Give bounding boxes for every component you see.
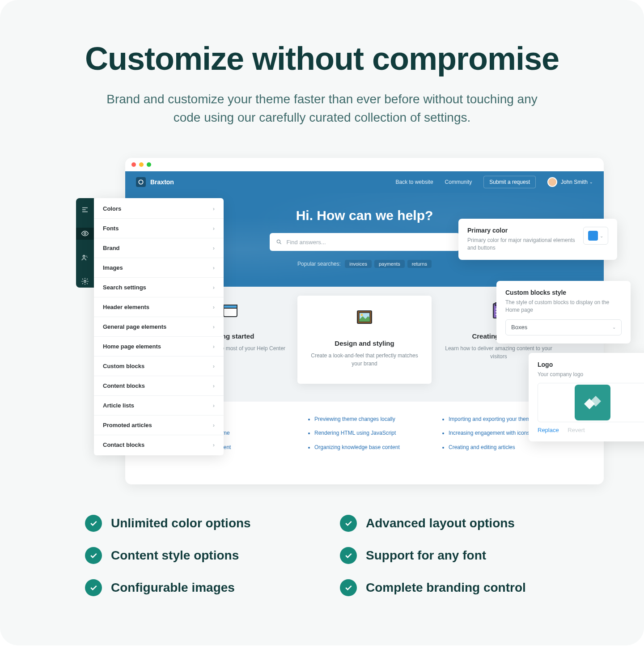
panel-item-label: Article lists	[103, 402, 134, 409]
panel-item-label: Home page elements	[103, 343, 161, 350]
pop-blocks-title: Custom blocks style	[505, 289, 622, 296]
pop-logo-desc: Your company logo	[538, 371, 644, 378]
feature-label: Advanced layout options	[366, 516, 515, 530]
chevron-right-icon: ›	[213, 441, 215, 448]
search-icon	[276, 239, 282, 245]
panel-item-custom-blocks[interactable]: Custom blocks›	[94, 356, 224, 376]
feature-item: Advanced layout options	[340, 515, 559, 532]
minimize-dot-icon	[139, 162, 144, 167]
panel-item-label: Promoted articles	[103, 422, 152, 428]
settings-panel: Colors›Fonts›Brand›Images›Search setting…	[94, 198, 224, 455]
chevron-right-icon: ›	[213, 205, 215, 212]
panel-item-images[interactable]: Images›	[94, 258, 224, 278]
eye-icon	[81, 229, 89, 237]
feature-item: Complete branding control	[340, 579, 559, 596]
article-link[interactable]: Rendering HTML using JavaScript	[314, 426, 422, 440]
panel-item-label: Fonts	[103, 225, 119, 232]
rail-item-settings[interactable]	[76, 276, 94, 288]
logo-replace-link[interactable]: Replace	[538, 427, 559, 433]
panel-item-label: Search settings	[103, 284, 146, 291]
panel-item-search-settings[interactable]: Search settings›	[94, 278, 224, 297]
check-icon	[340, 547, 357, 564]
nav-back-link[interactable]: Back to website	[396, 179, 433, 185]
color-picker[interactable]: ⌄	[583, 227, 608, 245]
panel-item-label: Images	[103, 264, 123, 271]
rail-item-preview[interactable]	[76, 228, 94, 240]
rail-item-users[interactable]	[76, 251, 94, 264]
page-title: Customize without compromise	[0, 40, 644, 77]
users-icon	[81, 254, 89, 262]
panel-item-contact-blocks[interactable]: Contact blocks›	[94, 435, 224, 454]
panel-item-label: General page elements	[103, 323, 166, 330]
brand-logo-icon	[136, 177, 146, 187]
panel-item-content-blocks[interactable]: Content blocks›	[94, 376, 224, 396]
chevron-right-icon: ›	[213, 304, 215, 310]
panel-item-fonts[interactable]: Fonts›	[94, 219, 224, 238]
pop-logo-title: Logo	[538, 361, 644, 368]
article-link[interactable]: Previewing theme changes locally	[314, 412, 422, 426]
feature-label: Configurable images	[111, 581, 235, 595]
select-value: Boxes	[511, 324, 527, 331]
check-icon	[85, 579, 102, 596]
nav-community-link[interactable]: Community	[445, 179, 472, 185]
check-icon	[85, 515, 102, 532]
feature-list: Unlimited color optionsAdvanced layout o…	[85, 515, 559, 596]
svg-point-1	[83, 255, 85, 258]
svg-point-4	[139, 180, 143, 184]
panel-item-home-page-elements[interactable]: Home page elements›	[94, 337, 224, 356]
logo-revert-link[interactable]: Revert	[568, 427, 585, 433]
panel-item-header-elements[interactable]: Header elements›	[94, 297, 224, 317]
svg-point-5	[277, 240, 280, 243]
chevron-right-icon: ›	[213, 323, 215, 330]
feature-item: Configurable images	[85, 579, 304, 596]
feature-item: Unlimited color options	[85, 515, 304, 532]
pop-blocks-desc: The style of custom blocks to display on…	[505, 299, 622, 314]
search-tag[interactable]: invoices	[345, 260, 372, 268]
card-title: Design and styling	[307, 339, 422, 347]
pop-color-desc: Primary color for major navigational ele…	[467, 237, 577, 252]
panel-item-colors[interactable]: Colors›	[94, 199, 224, 219]
rail-item-layers[interactable]	[76, 204, 94, 216]
user-name[interactable]: John Smith	[561, 179, 588, 185]
panel-item-brand[interactable]: Brand›	[94, 238, 224, 258]
brand-name: Braxton	[150, 178, 174, 186]
chevron-right-icon: ›	[213, 382, 215, 389]
chevron-right-icon: ›	[213, 225, 215, 232]
article-link[interactable]: Organizing knowledge base content	[314, 441, 422, 454]
article-link[interactable]: Creating and editing articles	[449, 441, 556, 454]
panel-item-promoted-articles[interactable]: Promoted articles›	[94, 416, 224, 435]
color-swatch	[588, 231, 598, 241]
panel-item-general-page-elements[interactable]: General page elements›	[94, 317, 224, 337]
chevron-right-icon: ›	[213, 422, 215, 428]
search-tag[interactable]: payments	[374, 260, 405, 268]
search-input[interactable]: Find answers...	[270, 233, 460, 251]
close-dot-icon	[131, 162, 136, 167]
feature-label: Support for any font	[366, 548, 486, 563]
popover-custom-blocks: Custom blocks style The style of custom …	[496, 281, 631, 343]
check-icon	[85, 547, 102, 564]
feature-card[interactable]: Design and stylingCreate a look-and-feel…	[297, 296, 432, 384]
chevron-down-icon: ⌄	[589, 180, 593, 184]
submit-request-button[interactable]: Submit a request	[483, 176, 536, 188]
panel-item-label: Content blocks	[103, 382, 145, 389]
chevron-right-icon: ›	[213, 264, 215, 271]
chevron-right-icon: ›	[213, 363, 215, 369]
popover-primary-color: Primary color Primary color for major na…	[458, 219, 617, 260]
browser-traffic-lights	[125, 158, 604, 171]
card-desc: Create a look-and-feel that perfectly ma…	[307, 352, 422, 368]
feature-label: Content style options	[111, 548, 239, 563]
search-tag[interactable]: returns	[407, 260, 432, 268]
logo-preview	[538, 383, 644, 422]
blocks-style-select[interactable]: Boxes ⌄	[505, 319, 622, 335]
card-icon	[355, 309, 374, 327]
site-header: Braxton Back to website Community Submit…	[125, 171, 604, 193]
avatar[interactable]	[547, 177, 557, 187]
feature-label: Unlimited color options	[111, 516, 251, 530]
chevron-down-icon: ⌄	[612, 325, 616, 330]
svg-point-2	[86, 256, 87, 257]
svg-point-3	[84, 280, 86, 283]
check-icon	[340, 579, 357, 596]
panel-item-article-lists[interactable]: Article lists›	[94, 396, 224, 416]
chevron-right-icon: ›	[213, 245, 215, 251]
pop-color-title: Primary color	[467, 227, 577, 234]
